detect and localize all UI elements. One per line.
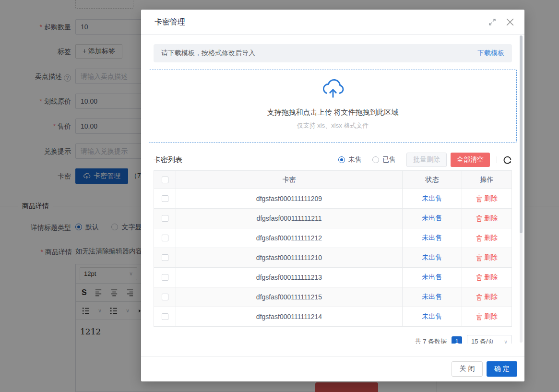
trash-icon xyxy=(476,294,482,301)
cardkey-table: 卡密 状态 操作 dfgsfasf000111111209 未出售 删除 dfg… xyxy=(154,170,512,327)
action-cell: 删除 xyxy=(462,248,511,267)
download-template-link[interactable]: 下载模板 xyxy=(477,49,504,58)
action-cell: 删除 xyxy=(462,268,511,287)
dropzone-sub-text: 仅支持 xls、xlsx 格式文件 xyxy=(149,121,516,130)
radio-sold-label: 已售 xyxy=(382,155,396,164)
row-checkbox[interactable] xyxy=(162,235,168,241)
trash-icon xyxy=(476,235,482,242)
delete-label: 删除 xyxy=(484,234,498,242)
select-all-checkbox[interactable] xyxy=(162,177,168,183)
divider xyxy=(497,156,497,163)
delete-button[interactable]: 删除 xyxy=(476,194,498,203)
batch-delete-button[interactable]: 批量删除 xyxy=(406,153,447,167)
total-count-text: 共 7 条数据 xyxy=(415,337,447,344)
table-row: dfgsfasf000111111213 未出售 删除 xyxy=(154,267,511,287)
header-code: 卡密 xyxy=(176,171,403,189)
cardkey-manage-dialog: 卡密管理 请下载模板，按格式修改后导入 下载模板 支持拖拽和点击上传 将文件拖拽… xyxy=(141,10,524,381)
table-row: dfgsfasf000111111212 未出售 删除 xyxy=(154,228,511,248)
delete-button[interactable]: 删除 xyxy=(476,312,498,321)
delete-label: 删除 xyxy=(484,253,498,262)
refresh-icon[interactable] xyxy=(503,155,512,165)
list-header: 卡密列表 未售 已售 批量删除 全部清空 xyxy=(154,153,512,167)
action-cell: 删除 xyxy=(462,287,511,307)
clear-all-button[interactable]: 全部清空 xyxy=(451,153,490,167)
radio-sold[interactable] xyxy=(372,156,379,163)
table-row: dfgsfasf000111111210 未出售 删除 xyxy=(154,248,511,267)
fullscreen-icon[interactable] xyxy=(488,18,497,26)
trash-icon xyxy=(476,274,482,281)
row-checkbox-cell xyxy=(154,287,176,307)
row-checkbox[interactable] xyxy=(162,254,168,261)
page-size-select[interactable]: 15 条/页 ∨ xyxy=(467,335,512,344)
status-text: 未出售 xyxy=(403,307,462,326)
row-checkbox-cell xyxy=(154,228,176,248)
delete-label: 删除 xyxy=(484,214,498,223)
status-text: 未出售 xyxy=(403,248,462,267)
row-checkbox-cell xyxy=(154,307,176,326)
row-checkbox[interactable] xyxy=(162,313,168,320)
list-title: 卡密列表 xyxy=(154,155,182,165)
delete-label: 删除 xyxy=(484,194,498,203)
table-row: dfgsfasf000111111215 未出售 删除 xyxy=(154,287,511,307)
trash-icon xyxy=(476,313,482,321)
pagination: 共 7 条数据 1 15 条/页 ∨ xyxy=(415,335,512,344)
cardkey-code: dfgsfasf000111111209 xyxy=(176,189,403,208)
close-button[interactable]: 关 闭 xyxy=(452,361,483,377)
row-checkbox[interactable] xyxy=(162,294,168,300)
cardkey-code: dfgsfasf000111111210 xyxy=(176,248,403,267)
cloud-upload-icon xyxy=(321,78,345,99)
row-checkbox[interactable] xyxy=(162,195,168,202)
template-tip-text: 请下载模板，按格式修改后导入 xyxy=(161,49,255,58)
cardkey-code: dfgsfasf000111111215 xyxy=(176,287,403,307)
table-row: dfgsfasf000111111211 未出售 删除 xyxy=(154,208,511,228)
close-icon[interactable] xyxy=(506,18,514,26)
row-checkbox[interactable] xyxy=(162,274,168,281)
row-checkbox-cell xyxy=(154,209,176,228)
table-header-row: 卡密 状态 操作 xyxy=(154,171,511,189)
action-cell: 删除 xyxy=(462,307,511,326)
header-checkbox-cell xyxy=(154,171,176,189)
table-body: dfgsfasf000111111209 未出售 删除 dfgsfasf0001… xyxy=(154,189,511,326)
file-dropzone[interactable]: 支持拖拽和点击上传 将文件拖拽到此区域 仅支持 xls、xlsx 格式文件 xyxy=(149,70,517,143)
table-row: dfgsfasf000111111209 未出售 删除 xyxy=(154,189,511,208)
scrollbar-track[interactable] xyxy=(520,36,523,343)
row-checkbox-cell xyxy=(154,248,176,267)
list-controls: 未售 已售 批量删除 全部清空 xyxy=(338,153,512,167)
cardkey-code: dfgsfasf000111111214 xyxy=(176,307,403,326)
trash-icon xyxy=(476,215,482,222)
delete-button[interactable]: 删除 xyxy=(476,214,498,223)
trash-icon xyxy=(476,254,482,261)
dialog-body: 请下载模板，按格式修改后导入 下载模板 支持拖拽和点击上传 将文件拖拽到此区域 … xyxy=(141,35,524,344)
trash-icon xyxy=(476,195,482,202)
delete-label: 删除 xyxy=(484,293,498,301)
row-checkbox-cell xyxy=(154,189,176,208)
dialog-footer: 关 闭 确 定 xyxy=(141,356,524,381)
table-row: dfgsfasf000111111214 未出售 删除 xyxy=(154,307,511,326)
header-status: 状态 xyxy=(403,171,462,189)
template-tip-bar: 请下载模板，按格式修改后导入 下载模板 xyxy=(154,44,512,62)
page-button-1[interactable]: 1 xyxy=(452,336,462,344)
delete-button[interactable]: 删除 xyxy=(476,234,498,242)
chevron-down-icon: ∨ xyxy=(504,339,508,344)
status-text: 未出售 xyxy=(403,189,462,208)
cardkey-code: dfgsfasf000111111211 xyxy=(176,209,403,228)
confirm-button[interactable]: 确 定 xyxy=(487,361,517,377)
delete-button[interactable]: 删除 xyxy=(476,253,498,262)
row-checkbox[interactable] xyxy=(162,215,168,222)
radio-unsold-label: 未售 xyxy=(348,155,362,164)
cardkey-code: dfgsfasf000111111212 xyxy=(176,228,403,248)
radio-unsold[interactable] xyxy=(338,156,345,163)
header-action: 操作 xyxy=(462,171,511,189)
delete-button[interactable]: 删除 xyxy=(476,293,498,301)
dialog-header: 卡密管理 xyxy=(141,10,524,35)
delete-label: 删除 xyxy=(484,312,498,321)
delete-label: 删除 xyxy=(484,273,498,282)
dialog-title: 卡密管理 xyxy=(155,10,185,35)
page-size-value: 15 条/页 xyxy=(471,337,494,344)
scrollbar-thumb[interactable] xyxy=(520,36,523,233)
action-cell: 删除 xyxy=(462,209,511,228)
status-text: 未出售 xyxy=(403,209,462,228)
dropzone-main-text: 支持拖拽和点击上传 将文件拖拽到此区域 xyxy=(149,108,516,117)
status-text: 未出售 xyxy=(403,268,462,287)
delete-button[interactable]: 删除 xyxy=(476,273,498,282)
